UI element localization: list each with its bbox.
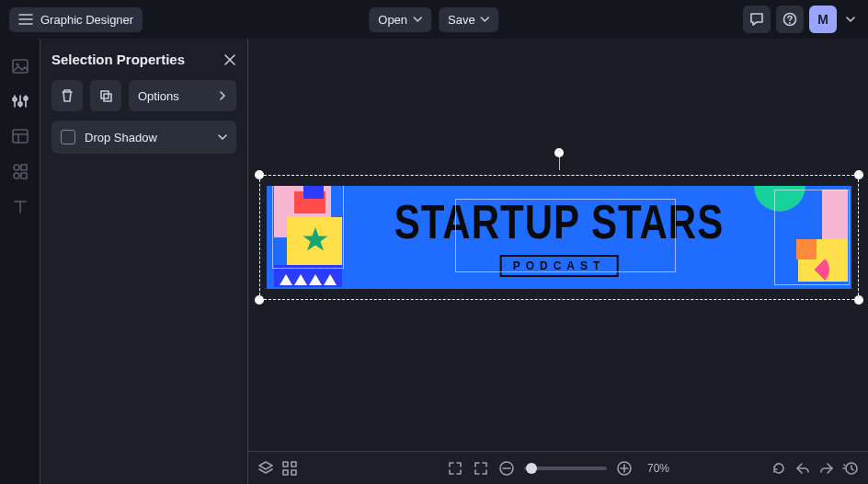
grid-view-button[interactable] (281, 460, 298, 477)
chevron-down-icon (413, 15, 422, 24)
zoom-out-button[interactable] (498, 460, 515, 477)
svg-point-8 (14, 165, 19, 170)
chevron-down-icon (218, 133, 227, 142)
options-menu[interactable]: Options (129, 80, 236, 111)
drop-shadow-checkbox[interactable] (61, 130, 75, 144)
fit-screen-button[interactable] (473, 460, 489, 477)
account-menu-chevron[interactable] (842, 11, 859, 28)
zoom-in-button[interactable] (616, 460, 633, 477)
svg-point-10 (14, 173, 19, 179)
svg-point-3 (16, 63, 18, 66)
drop-shadow-toggle[interactable]: Drop Shadow (51, 121, 236, 154)
user-avatar[interactable]: M (809, 6, 837, 33)
duplicate-icon (98, 88, 113, 103)
trash-icon (60, 88, 74, 103)
drop-shadow-label: Drop Shadow (85, 131, 209, 144)
options-label: Options (138, 89, 179, 103)
svg-rect-7 (13, 130, 28, 143)
shape-triangle-band (274, 265, 342, 287)
duplicate-button[interactable] (90, 80, 121, 111)
tool-templates[interactable] (9, 125, 31, 147)
panel-title: Selection Properties (51, 52, 185, 67)
canvas-area[interactable]: STARTUP STARS PODCAST (248, 39, 868, 451)
svg-marker-14 (303, 227, 328, 251)
shape-pink-rect-2 (822, 190, 848, 239)
save-label: Save (448, 13, 475, 27)
redo-button[interactable] (818, 460, 835, 477)
avatar-initial: M (817, 12, 828, 27)
shape-semicircle (754, 186, 805, 212)
layers-button[interactable] (257, 460, 274, 477)
close-panel-button[interactable] (223, 53, 236, 66)
zoom-value: 70% (647, 462, 669, 475)
selected-object[interactable]: STARTUP STARS PODCAST (259, 175, 859, 300)
tool-image[interactable] (9, 55, 31, 77)
history-button[interactable] (842, 460, 859, 477)
save-button[interactable]: Save (439, 7, 499, 32)
banner-title: STARTUP STARS (394, 194, 724, 249)
shape-star (302, 226, 329, 254)
shape-blue-rect (303, 186, 324, 199)
open-label: Open (378, 13, 407, 27)
svg-rect-11 (21, 173, 27, 179)
zoom-slider[interactable] (524, 467, 607, 470)
svg-rect-13 (104, 94, 111, 101)
rotate-handle[interactable] (554, 148, 564, 157)
feedback-button[interactable] (743, 6, 771, 33)
resize-handle-bl[interactable] (255, 295, 264, 305)
svg-rect-15 (283, 462, 288, 467)
resize-handle-br[interactable] (854, 295, 863, 305)
svg-rect-12 (101, 91, 108, 98)
svg-rect-17 (283, 470, 288, 475)
svg-point-1 (789, 22, 791, 24)
undo-button[interactable] (794, 460, 811, 477)
resize-handle-tr[interactable] (854, 170, 863, 179)
banner-design[interactable]: STARTUP STARS PODCAST (267, 186, 851, 289)
open-button[interactable]: Open (369, 7, 431, 32)
help-button[interactable] (776, 6, 804, 33)
tool-shapes[interactable] (9, 160, 31, 182)
chat-icon (749, 12, 764, 27)
properties-panel: Selection Properties Options Drop Shadow (40, 39, 248, 484)
top-bar: Graphic Designer Open Save (0, 0, 868, 39)
svg-rect-18 (291, 470, 296, 475)
fullscreen-button[interactable] (447, 460, 463, 477)
banner-subtitle: PODCAST (500, 255, 619, 277)
bottom-bar: 70% (248, 451, 868, 484)
app-title: Graphic Designer (40, 13, 133, 27)
svg-rect-2 (13, 60, 28, 73)
tool-adjustments[interactable] (9, 90, 31, 112)
zoom-slider-thumb[interactable] (526, 463, 537, 474)
tool-strip (0, 39, 40, 484)
help-icon (782, 12, 797, 27)
resize-handle-tl[interactable] (255, 170, 264, 179)
tool-text[interactable] (9, 195, 31, 217)
app-title-pill[interactable]: Graphic Designer (9, 7, 143, 32)
chevron-right-icon (218, 91, 227, 100)
svg-rect-16 (291, 462, 296, 467)
chevron-down-icon (481, 15, 490, 24)
delete-button[interactable] (51, 80, 83, 111)
hamburger-icon (18, 13, 33, 26)
reset-button[interactable] (771, 460, 787, 477)
svg-rect-9 (21, 165, 27, 170)
